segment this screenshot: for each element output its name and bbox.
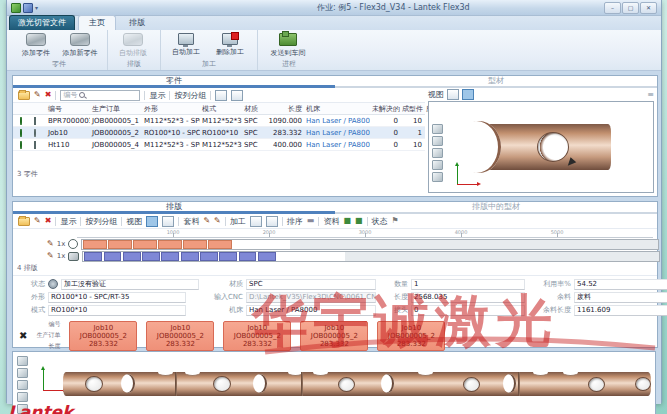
show-button[interactable]: 显示 bbox=[60, 216, 76, 227]
nest-segment[interactable] bbox=[181, 252, 199, 261]
order-icon[interactable]: ▬ bbox=[307, 217, 315, 225]
machining2-icon[interactable] bbox=[266, 216, 278, 227]
job-card[interactable]: Job10JOB000005_2283.332 bbox=[223, 321, 291, 351]
nest-segment[interactable] bbox=[200, 252, 218, 261]
delete-machining-button[interactable]: 删除加工 bbox=[209, 32, 251, 57]
table-row[interactable]: Ht110JOB000005_4M112*52*3 - SPCM112*52*3… bbox=[13, 139, 425, 151]
job-card[interactable]: Job10JOB000005_2283.332 bbox=[300, 321, 368, 351]
nest-pen2-icon[interactable]: ✎ bbox=[214, 217, 221, 225]
nest-segment[interactable] bbox=[104, 252, 122, 261]
info-value[interactable]: D:\Lantek_V35\Flex3D\CNC\0061.CNC bbox=[246, 292, 376, 303]
info-value[interactable]: RO100*10 bbox=[48, 305, 186, 316]
edit-icon[interactable]: ✎ bbox=[47, 240, 54, 248]
job-card[interactable]: Job10JOB000005_2283.332 bbox=[146, 321, 214, 351]
nest-row[interactable]: ✎1x bbox=[13, 250, 657, 262]
tab-parts[interactable]: 零件 bbox=[13, 76, 335, 88]
cube-icon[interactable] bbox=[432, 160, 443, 170]
nest-segment[interactable] bbox=[161, 252, 179, 261]
info-value[interactable]: Han Laser / PA8000 bbox=[246, 305, 376, 316]
search-input[interactable]: 编号 bbox=[60, 90, 140, 101]
delete-icon[interactable]: ✖ bbox=[45, 91, 52, 99]
send-to-workshop-button[interactable]: 发送到车间 bbox=[262, 32, 314, 58]
tab-nesting[interactable]: 排版 bbox=[119, 16, 155, 30]
edit-icon[interactable]: ✎ bbox=[47, 252, 54, 260]
nest-3d-view[interactable] bbox=[12, 351, 656, 414]
close-button[interactable]: ✕ bbox=[640, 2, 657, 14]
nest-bar-track[interactable] bbox=[82, 251, 660, 262]
list-view-icon[interactable] bbox=[215, 90, 227, 101]
info-value[interactable]: 1 bbox=[411, 279, 525, 290]
machining-icon[interactable] bbox=[250, 216, 262, 227]
nest-pen-icon[interactable]: ✎ bbox=[203, 217, 210, 225]
bar-view-icon[interactable] bbox=[146, 216, 158, 227]
cube-icon[interactable] bbox=[17, 392, 28, 402]
nest-segment[interactable] bbox=[183, 240, 206, 249]
chevron-down-icon[interactable]: ▾ bbox=[35, 4, 38, 11]
table-row[interactable]: Job10JOB000005_2RO100*10 - SPCRO100*10SP… bbox=[13, 127, 425, 139]
info-value[interactable]: RO100*10 - SPC/RT-35 bbox=[48, 292, 186, 303]
nest-segment[interactable] bbox=[219, 252, 237, 261]
nest-segment[interactable] bbox=[108, 240, 131, 249]
nest-segment[interactable] bbox=[258, 252, 276, 261]
cube-icon[interactable] bbox=[432, 136, 443, 146]
app-icon[interactable] bbox=[11, 3, 21, 13]
tab-profiles[interactable]: 型材 bbox=[335, 76, 657, 88]
delete-icon[interactable]: ✖ bbox=[45, 217, 52, 225]
part-3d-view[interactable] bbox=[428, 101, 654, 193]
tab-nesting[interactable]: 排版 bbox=[13, 202, 335, 214]
info-value[interactable]: 0 bbox=[411, 305, 525, 316]
open-icon[interactable] bbox=[18, 91, 30, 100]
cube-icon[interactable] bbox=[432, 172, 443, 182]
cube-icon[interactable] bbox=[17, 356, 28, 366]
data-icon[interactable]: ■ bbox=[343, 217, 351, 225]
detail-view-icon[interactable] bbox=[231, 90, 243, 101]
nest-segment[interactable] bbox=[84, 252, 102, 261]
add-new-part-button[interactable]: 添加新零件 bbox=[59, 32, 101, 58]
nest-segment[interactable] bbox=[208, 240, 231, 249]
tab-nested-profiles[interactable]: 排版中的型材 bbox=[335, 202, 657, 214]
auto-nest-button[interactable]: 自动排版 bbox=[112, 32, 154, 58]
add-part-button[interactable]: 添加零件 bbox=[15, 32, 57, 58]
info-label: 机床 bbox=[209, 305, 243, 315]
group-by-column-button[interactable]: 按列分组 bbox=[174, 90, 206, 101]
job-card[interactable]: Job10JOB000005_2283.332 bbox=[377, 321, 445, 351]
maximize-button[interactable]: ▢ bbox=[622, 2, 639, 14]
table-view-icon[interactable] bbox=[162, 216, 174, 227]
menu-icon[interactable]: ≡ bbox=[647, 90, 654, 99]
nest-segment[interactable] bbox=[133, 240, 156, 249]
nest-segment[interactable] bbox=[142, 252, 160, 261]
nest-segment[interactable] bbox=[239, 252, 257, 261]
data2-icon[interactable]: ■ bbox=[355, 217, 363, 225]
edit-icon[interactable]: ✎ bbox=[34, 217, 41, 225]
group-by-column-button[interactable]: 按列分组 bbox=[85, 216, 117, 227]
cube-icon[interactable] bbox=[432, 124, 443, 134]
info-value[interactable]: 54.52 bbox=[574, 279, 667, 290]
info-value[interactable]: SPC bbox=[246, 279, 376, 290]
show-button[interactable]: 显示 bbox=[149, 90, 165, 101]
nest-segment[interactable] bbox=[158, 240, 181, 249]
zoom-icon[interactable] bbox=[432, 148, 443, 158]
minimize-button[interactable]: – bbox=[604, 2, 621, 14]
nest-segment[interactable] bbox=[83, 240, 106, 249]
view-2d-icon[interactable] bbox=[447, 89, 459, 100]
save-icon[interactable] bbox=[23, 3, 33, 13]
view-3d-icon[interactable] bbox=[462, 89, 474, 100]
zoom-icon[interactable] bbox=[17, 380, 28, 390]
auto-machine-button[interactable]: 自动加工 bbox=[165, 32, 207, 57]
open-icon[interactable] bbox=[18, 217, 30, 226]
app-menu-tab[interactable]: 激光切管文件 bbox=[9, 15, 75, 30]
table-row[interactable]: BPR7000003JOB000005_1M112*52*3 - SPCM112… bbox=[13, 115, 425, 127]
nest-bar-track[interactable] bbox=[81, 239, 659, 250]
nest-row[interactable]: ✎1x bbox=[13, 238, 657, 250]
edit-icon[interactable]: ✎ bbox=[34, 91, 41, 99]
cube-icon[interactable] bbox=[17, 368, 28, 378]
info-value[interactable]: 废料 bbox=[574, 292, 667, 303]
info-value[interactable]: 2568.035 bbox=[411, 292, 525, 303]
flag-icon[interactable]: ⚑ bbox=[392, 217, 399, 225]
remove-icon[interactable]: ✖ bbox=[19, 330, 27, 341]
info-value[interactable]: 加工没有验证 bbox=[61, 279, 199, 290]
tab-home[interactable]: 主页 bbox=[78, 15, 116, 30]
info-value[interactable]: 1161.609 bbox=[574, 305, 667, 316]
nest-segment[interactable] bbox=[123, 252, 141, 261]
job-card[interactable]: Job10JOB000005_2283.332 bbox=[69, 321, 137, 351]
